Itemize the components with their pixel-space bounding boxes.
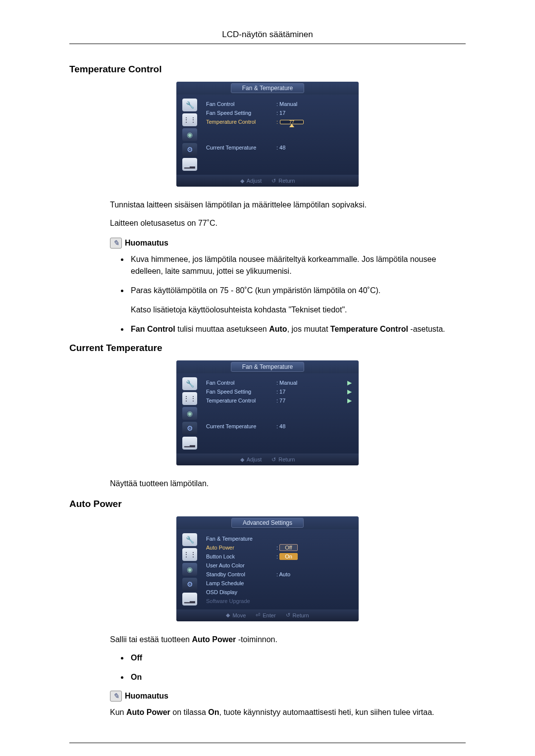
auto-power-para: Sallii tai estää tuotteen Auto Power -to… [110, 634, 466, 645]
osd-label-fan-temp: Fan & Temperature [206, 536, 276, 542]
bullet-item: On [129, 671, 466, 683]
current-temp-para: Näyttää tuotteen lämpötilan. [110, 478, 466, 489]
arrow-right-icon[interactable]: ▶ [344, 388, 352, 395]
footer-return: Return [278, 178, 295, 184]
page-header: LCD-näytön säätäminen [69, 30, 466, 40]
osd-value-standby: : Auto [276, 571, 352, 577]
circle-icon: ◉ [182, 407, 197, 420]
auto-power-options: Off On [129, 652, 466, 683]
header-rule [69, 44, 466, 44]
osd-label-software-upgrade: Software Upgrade [206, 598, 276, 604]
footer-enter: Enter [263, 612, 275, 618]
bullet-item: Kuva himmenee, jos lämpötila nousee määr… [129, 253, 466, 276]
footer-adjust: Adjust [247, 178, 262, 184]
osd-side-icons: 🔧 ⋮⋮ ◉ ⚙ ▁▂ [176, 529, 203, 609]
osd-auto-power: Advanced Settings 🔧 ⋮⋮ ◉ ⚙ ▁▂ Fan & Temp… [69, 516, 466, 621]
osd-side-icons: 🔧 ⋮⋮ ◉ ⚙ ▁▂ [176, 95, 203, 175]
osd-label-current-temp: Current Temperature [206, 423, 276, 429]
osd-value-fan-control: : Manual [276, 380, 344, 386]
temp-control-para2: Laitteen oletusasetus on 77˚C. [110, 217, 466, 229]
osd-value-current-temp: : 48 [276, 423, 352, 429]
circle-icon: ◉ [182, 563, 197, 576]
osd-label-auto-power: Auto Power [206, 545, 276, 551]
tools-icon: 🔧 [182, 533, 197, 546]
section-heading-temp-control: Temperature Control [69, 64, 466, 75]
osd-label-button-lock: Button Lock [206, 554, 276, 559]
option-off[interactable]: Off [279, 544, 297, 551]
gear-icon: ⚙ [182, 143, 197, 156]
chart-icon: ▁▂ [182, 437, 197, 450]
osd-label-fan-control: Fan Control [206, 380, 276, 386]
footer-rule [69, 743, 466, 743]
osd-value-button-lock: : On [276, 553, 352, 560]
temp-control-bullets: Kuva himmenee, jos lämpötila nousee määr… [129, 253, 466, 335]
chart-icon: ▁▂ [182, 593, 197, 605]
osd-label-user-auto-color: User Auto Color [206, 562, 276, 568]
osd-value-temp-control: : 77 [276, 398, 344, 403]
osd-value-current-temp: : 48 [276, 145, 352, 151]
osd-side-icons: 🔧 ⋮⋮ ◉ ⚙ ▁▂ [176, 373, 203, 454]
osd-label-fan-control: Fan Control [206, 101, 276, 107]
section-heading-current-temp: Current Temperature [69, 343, 466, 353]
auto-power-final-para: Kun Auto Power on tilassa On, tuote käyn… [110, 706, 466, 718]
note-row: ✎ Huomautus [110, 238, 466, 249]
osd-footer: ◆Adjust ↺Return [176, 454, 359, 465]
adjust-glyph-icon: ◆ [240, 178, 244, 184]
bullet-item: Off [129, 652, 466, 663]
osd-label-temp-control: Temperature Control [206, 119, 276, 125]
note-row: ✎ Huomautus [110, 691, 466, 702]
osd-current-temperature: Fan & Temperature 🔧 ⋮⋮ ◉ ⚙ ▁▂ Fan Contro… [69, 360, 466, 465]
slider-thumb-icon [289, 124, 294, 127]
arrow-right-icon[interactable]: ▶ [344, 397, 352, 404]
sliders-icon: ⋮⋮ [182, 113, 197, 126]
osd-label-standby: Standby Control [206, 571, 276, 577]
return-glyph-icon: ↺ [271, 456, 276, 463]
osd-title: Fan & Temperature [231, 83, 305, 93]
document-page: LCD-näytön säätäminen Temperature Contro… [0, 0, 535, 756]
chart-icon: ▁▂ [182, 158, 197, 171]
bullet-item: Fan Control tulisi muuttaa asetukseen Au… [129, 323, 466, 335]
osd-value-temp-control: : 77 [276, 119, 352, 125]
note-icon: ✎ [110, 238, 122, 249]
circle-icon: ◉ [182, 128, 197, 141]
osd-value-fan-control: : Manual [276, 101, 352, 107]
sliders-icon: ⋮⋮ [182, 548, 197, 561]
osd-label-osd-display: OSD Display [206, 589, 276, 595]
temp-control-para1: Tunnistaa laitteen sisäisen lämpötilan j… [110, 199, 466, 210]
arrow-right-icon[interactable]: ▶ [344, 379, 352, 386]
tools-icon: 🔧 [182, 377, 197, 390]
osd-label-fan-speed: Fan Speed Setting [206, 389, 276, 395]
gear-icon: ⚙ [182, 578, 197, 591]
footer-move: Move [232, 612, 246, 618]
move-glyph-icon: ◆ [226, 612, 230, 618]
osd-value-fan-speed: : 17 [276, 110, 352, 116]
option-on[interactable]: On [279, 553, 298, 560]
osd-footer: ◆Move ⏎Enter ↺Return [176, 609, 359, 621]
osd-value-auto-power: : Off [276, 544, 352, 551]
osd-temperature-control: Fan & Temperature 🔧 ⋮⋮ ◉ ⚙ ▁▂ Fan Contro… [69, 82, 466, 187]
sliders-icon: ⋮⋮ [182, 392, 197, 405]
osd-label-temp-control: Temperature Control [206, 398, 276, 403]
osd-value-fan-speed: : 17 [276, 389, 344, 395]
osd-label-lamp-schedule: Lamp Schedule [206, 580, 276, 586]
enter-glyph-icon: ⏎ [256, 612, 260, 618]
return-glyph-icon: ↺ [271, 178, 276, 184]
footer-return: Return [278, 456, 295, 462]
return-glyph-icon: ↺ [286, 612, 290, 618]
osd-label-current-temp: Current Temperature [206, 145, 276, 151]
osd-label-fan-speed: Fan Speed Setting [206, 110, 276, 116]
osd-title: Advanced Settings [231, 518, 304, 528]
section-heading-auto-power: Auto Power [69, 499, 466, 509]
tools-icon: 🔧 [182, 99, 197, 111]
note-label: Huomautus [125, 692, 168, 701]
note-icon: ✎ [110, 691, 122, 702]
osd-footer: ◆Adjust ↺Return [176, 175, 359, 187]
adjust-glyph-icon: ◆ [240, 456, 244, 463]
temperature-slider[interactable]: 77 [280, 120, 304, 124]
note-label: Huomautus [125, 239, 168, 248]
bullet-item: Paras käyttölämpötila on 75 - 80˚C (kun … [129, 285, 466, 315]
osd-title: Fan & Temperature [231, 362, 305, 372]
gear-icon: ⚙ [182, 422, 197, 435]
footer-return: Return [293, 612, 309, 618]
footer-adjust: Adjust [247, 456, 262, 462]
